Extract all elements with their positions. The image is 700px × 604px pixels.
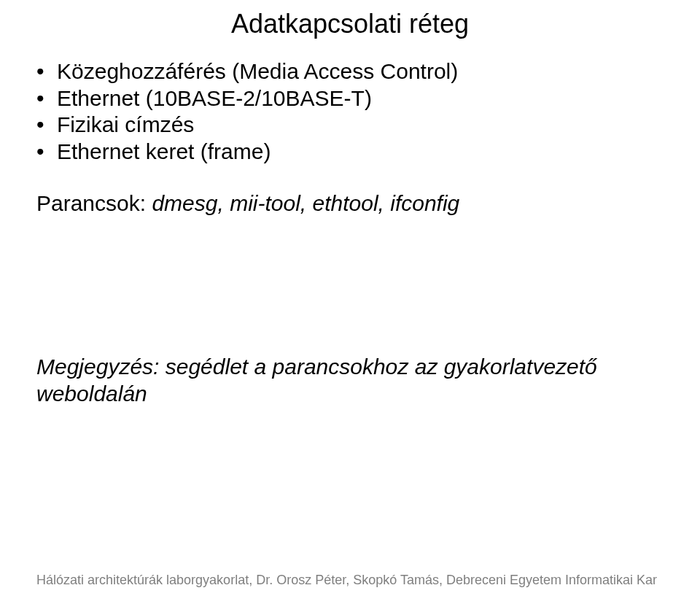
slide-page: Adatkapcsolati réteg Közeghozzáférés (Me… bbox=[0, 0, 700, 604]
list-item: Közeghozzáférés (Media Access Control) bbox=[36, 58, 664, 85]
commands-line: Parancsok: dmesg, mii-tool, ethtool, ifc… bbox=[36, 190, 664, 217]
commands-list-text: dmesg, mii-tool, ethtool, ifconfig bbox=[152, 191, 459, 215]
bullet-list: Közeghozzáférés (Media Access Control) E… bbox=[36, 58, 664, 165]
list-item: Ethernet keret (frame) bbox=[36, 139, 664, 166]
slide-content: Közeghozzáférés (Media Access Control) E… bbox=[36, 58, 664, 408]
slide-title: Adatkapcsolati réteg bbox=[0, 9, 700, 39]
commands-label: Parancsok: bbox=[36, 191, 146, 215]
note-text: Megjegyzés: segédlet a parancsokhoz az g… bbox=[36, 353, 664, 408]
footer-text: Hálózati architektúrák laborgyakorlat, D… bbox=[36, 573, 664, 588]
list-item: Fizikai címzés bbox=[36, 112, 664, 139]
list-item: Ethernet (10BASE-2/10BASE-T) bbox=[36, 85, 664, 112]
